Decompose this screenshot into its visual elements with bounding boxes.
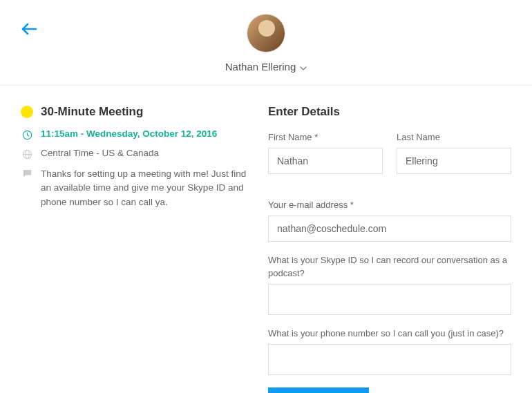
globe-icon	[21, 148, 33, 160]
last-name-field[interactable]	[397, 148, 511, 174]
meeting-datetime: 11:15am - Wednesday, October 12, 2016	[41, 128, 217, 139]
skype-label: What is your Skype ID so I can record ou…	[268, 254, 511, 279]
header: Nathan Ellering	[0, 0, 532, 86]
content: 30-Minute Meeting 11:15am - Wednesday, O…	[0, 86, 532, 393]
email-field[interactable]	[268, 215, 511, 242]
meeting-title: 30-Minute Meeting	[41, 105, 143, 119]
meeting-timezone: Central Time - US & Canada	[41, 148, 159, 158]
meeting-info: 30-Minute Meeting 11:15am - Wednesday, O…	[21, 105, 249, 393]
skype-field[interactable]	[268, 284, 511, 315]
event-color-dot	[21, 106, 33, 118]
form-panel: Enter Details First Name * Last Name You…	[268, 105, 511, 393]
form-heading: Enter Details	[268, 105, 511, 119]
avatar	[247, 14, 285, 52]
host-name-text: Nathan Ellering	[225, 61, 296, 73]
host-selector[interactable]: Nathan Ellering	[225, 61, 307, 73]
speech-icon	[21, 168, 33, 179]
back-arrow-icon[interactable]	[21, 22, 37, 38]
first-name-field[interactable]	[268, 148, 383, 174]
meeting-description: Thanks for setting up a meeting with me!…	[41, 167, 249, 209]
schedule-event-button[interactable]: Schedule Event	[268, 387, 369, 393]
email-label: Your e-mail address *	[268, 199, 511, 211]
last-name-label: Last Name	[397, 131, 511, 144]
phone-label: What is your phone number so I can call …	[268, 327, 511, 340]
first-name-label: First Name *	[268, 131, 383, 144]
chevron-down-icon	[300, 61, 307, 73]
clock-icon	[21, 129, 33, 140]
phone-field[interactable]	[268, 344, 511, 375]
